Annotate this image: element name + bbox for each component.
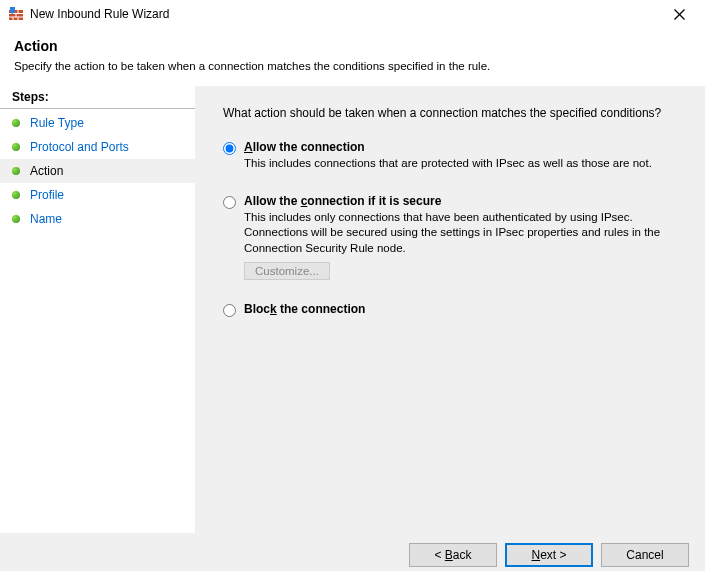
customize-button: Customize... xyxy=(244,262,330,280)
sidebar-item-label: Protocol and Ports xyxy=(30,138,129,156)
bullet-icon xyxy=(12,143,20,151)
bullet-icon xyxy=(12,167,20,175)
option-title: Allow the connection xyxy=(244,140,677,154)
option-allow-connection[interactable]: Allow the connection This includes conne… xyxy=(223,140,677,178)
option-allow-secure[interactable]: Allow the connection if it is secure Thi… xyxy=(223,194,677,281)
sidebar-item-profile[interactable]: Profile xyxy=(0,183,195,207)
sidebar-item-label: Profile xyxy=(30,186,64,204)
next-button[interactable]: Next > xyxy=(505,543,593,567)
sidebar-item-label: Rule Type xyxy=(30,114,84,132)
steps-heading: Steps: xyxy=(0,86,195,109)
radio-allow[interactable] xyxy=(223,142,236,155)
sidebar-item-name[interactable]: Name xyxy=(0,207,195,231)
bullet-icon xyxy=(12,215,20,223)
bullet-icon xyxy=(12,191,20,199)
sidebar-item-protocol-and-ports[interactable]: Protocol and Ports xyxy=(0,135,195,159)
wizard-header: Action Specify the action to be taken wh… xyxy=(0,28,705,86)
radio-block[interactable] xyxy=(223,304,236,317)
main-prompt: What action should be taken when a conne… xyxy=(223,106,677,120)
titlebar: New Inbound Rule Wizard xyxy=(0,0,705,28)
back-button[interactable]: < Back xyxy=(409,543,497,567)
sidebar-item-rule-type[interactable]: Rule Type xyxy=(0,111,195,135)
wizard-footer: < Back Next > Cancel xyxy=(0,533,705,571)
option-title: Allow the connection if it is secure xyxy=(244,194,677,208)
close-icon[interactable] xyxy=(659,0,699,28)
option-desc: This includes connections that are prote… xyxy=(244,156,674,172)
cancel-button[interactable]: Cancel xyxy=(601,543,689,567)
sidebar-item-action[interactable]: Action xyxy=(0,159,195,183)
option-desc: This includes only connections that have… xyxy=(244,210,674,257)
main-panel: What action should be taken when a conne… xyxy=(195,86,705,534)
page-title: Action xyxy=(14,38,691,54)
window-title: New Inbound Rule Wizard xyxy=(30,7,659,21)
steps-sidebar: Steps: Rule Type Protocol and Ports Acti… xyxy=(0,86,195,534)
option-block-connection[interactable]: Block the connection xyxy=(223,302,677,318)
sidebar-item-label: Name xyxy=(30,210,62,228)
sidebar-item-label: Action xyxy=(30,162,63,180)
bullet-icon xyxy=(12,119,20,127)
radio-allow-secure[interactable] xyxy=(223,196,236,209)
firewall-icon xyxy=(8,6,24,22)
page-subtitle: Specify the action to be taken when a co… xyxy=(14,60,691,72)
option-title: Block the connection xyxy=(244,302,677,316)
